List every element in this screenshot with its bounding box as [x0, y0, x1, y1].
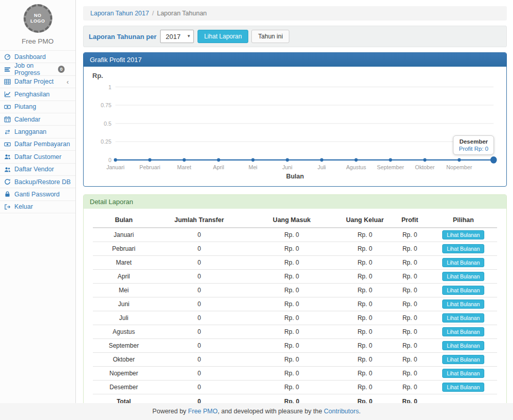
table-cell: Rp. 0 — [244, 297, 340, 311]
table-cell: Juni — [93, 297, 155, 311]
table-row-agustus: Agustus0Rp. 0Rp. 0Rp. 0Lihat Bulanan — [93, 325, 497, 339]
sidebar-item-ganti-password[interactable]: Ganti Password — [0, 188, 75, 201]
lihat-bulanan-button[interactable]: Lihat Bulanan — [442, 341, 484, 350]
lihat-bulanan-button[interactable]: Lihat Bulanan — [442, 313, 484, 323]
table-cell: Desember — [93, 381, 155, 394]
table-cell: Rp. 0 — [390, 270, 429, 284]
sidebar-item-label: Langganan — [14, 128, 47, 135]
lihat-laporan-button[interactable]: Lihat Laporan — [198, 30, 248, 43]
lihat-bulanan-button[interactable]: Lihat Bulanan — [442, 272, 484, 281]
table-cell-action: Lihat Bulanan — [429, 353, 497, 367]
table-row-pebruari: Pebruari0Rp. 0Rp. 0Rp. 0Lihat Bulanan — [93, 242, 497, 256]
sidebar-item-dashboard[interactable]: Dashboard — [0, 51, 75, 63]
table-cell: 0 — [155, 228, 244, 242]
table-cell: Rp. 0 — [340, 270, 390, 284]
sidebar-item-label: Job on Progress — [14, 62, 58, 76]
report-table: BulanJumlah TransferUang MasukUang Kelua… — [93, 213, 497, 407]
breadcrumb-link-laporan-tahun[interactable]: Laporan Tahun 2017 — [90, 10, 149, 17]
chart-panel-title: Grafik Profit 2017 — [84, 53, 506, 67]
chart-tooltip: Desember Profit Rp: 0 — [453, 135, 494, 155]
table-cell: 0 — [155, 270, 244, 284]
table-cell-action: Lihat Bulanan — [429, 311, 497, 325]
table-cell: Juli — [93, 311, 155, 325]
table-cell: Maret — [93, 256, 155, 270]
column-header-jumlah-transfer: Jumlah Transfer — [155, 213, 244, 228]
lihat-bulanan-button[interactable]: Lihat Bulanan — [442, 355, 484, 364]
table-cell: 0 — [155, 353, 244, 367]
lihat-bulanan-button[interactable]: Lihat Bulanan — [442, 369, 484, 378]
tahun-ini-button[interactable]: Tahun ini — [251, 30, 289, 43]
footer-link-free-pmo[interactable]: Free PMO — [188, 408, 218, 415]
table-cell-action: Lihat Bulanan — [429, 297, 497, 311]
svg-text:Januari: Januari — [106, 164, 124, 170]
sidebar-item-piutang[interactable]: Piutang — [0, 101, 75, 113]
detail-body: BulanJumlah TransferUang MasukUang Kelua… — [84, 209, 506, 415]
table-cell-action: Lihat Bulanan — [429, 228, 497, 242]
table-cell: September — [93, 339, 155, 353]
table-cell: Rp. 0 — [244, 367, 340, 381]
table-cell: Rp. 0 — [390, 284, 429, 297]
breadcrumb-separator: / — [152, 10, 153, 17]
sidebar: NO LOGO Free PMO DashboardJob on Progres… — [0, 0, 76, 403]
footer-link-contributors[interactable]: Contributors — [324, 408, 359, 415]
table-cell: Rp. 0 — [244, 381, 340, 394]
table-cell: Rp. 0 — [340, 242, 390, 256]
svg-text:Juli: Juli — [318, 164, 326, 170]
lihat-bulanan-button[interactable]: Lihat Bulanan — [442, 244, 484, 253]
sidebar-item-calendar[interactable]: Calendar — [0, 113, 75, 126]
lihat-bulanan-button[interactable]: Lihat Bulanan — [442, 258, 484, 267]
table-row-april: April0Rp. 0Rp. 0Rp. 0Lihat Bulanan — [93, 270, 497, 284]
table-cell: Rp. 0 — [390, 311, 429, 325]
sidebar-item-langganan[interactable]: Langganan — [0, 126, 75, 138]
table-cell: Rp. 0 — [340, 325, 390, 339]
chart-panel: Grafik Profit 2017 Rp. 00.250.50.751Janu… — [83, 52, 507, 187]
money-icon — [4, 104, 12, 110]
tasks-icon — [4, 66, 12, 73]
table-cell: Rp. 0 — [340, 339, 390, 353]
svg-text:1: 1 — [108, 84, 111, 90]
year-select[interactable]: 2017 — [160, 30, 194, 43]
table-cell: Rp. 0 — [244, 270, 340, 284]
users-icon — [4, 166, 12, 173]
column-header-pilihan: Pilihan — [429, 213, 497, 228]
users-icon — [4, 153, 12, 160]
logo-text-line2: LOGO — [30, 18, 45, 24]
lihat-bulanan-button[interactable]: Lihat Bulanan — [442, 286, 484, 295]
svg-text:0.75: 0.75 — [101, 102, 111, 108]
svg-text:Nopember: Nopember — [446, 164, 472, 170]
column-header-bulan: Bulan — [93, 213, 155, 228]
table-cell-action: Lihat Bulanan — [429, 325, 497, 339]
sidebar-item-daftar-vendor[interactable]: Daftar Vendor — [0, 164, 75, 176]
column-header-uang-masuk: Uang Masuk — [244, 213, 340, 228]
sidebar-item-label: Calendar — [14, 116, 41, 123]
detail-panel-title: Detail Laporan — [84, 195, 506, 209]
money-icon — [4, 141, 12, 148]
lihat-bulanan-button[interactable]: Lihat Bulanan — [442, 383, 484, 392]
table-cell: Rp. 0 — [390, 381, 429, 394]
table-icon — [4, 78, 12, 85]
sidebar-item-daftar-customer[interactable]: Daftar Customer — [0, 151, 75, 163]
sidebar-item-job-on-progress[interactable]: Job on Progress0 — [0, 63, 75, 75]
sidebar-item-penghasilan[interactable]: Penghasilan — [0, 88, 75, 101]
svg-text:0: 0 — [108, 157, 111, 163]
lihat-bulanan-button[interactable]: Lihat Bulanan — [442, 299, 484, 309]
table-row-september: September0Rp. 0Rp. 0Rp. 0Lihat Bulanan — [93, 339, 497, 353]
sidebar-item-keluar[interactable]: Keluar — [0, 201, 75, 213]
lihat-bulanan-button[interactable]: Lihat Bulanan — [442, 327, 484, 336]
lihat-bulanan-button[interactable]: Lihat Bulanan — [442, 230, 484, 239]
table-cell: 0 — [155, 256, 244, 270]
table-row-juni: Juni0Rp. 0Rp. 0Rp. 0Lihat Bulanan — [93, 297, 497, 311]
table-cell: Rp. 0 — [244, 325, 340, 339]
table-cell-action: Lihat Bulanan — [429, 270, 497, 284]
breadcrumb-current: Laporan Tahunan — [157, 10, 207, 17]
table-cell: 0 — [155, 381, 244, 394]
sidebar-item-backup-restore-db[interactable]: Backup/Restore DB — [0, 176, 75, 188]
table-cell: Rp. 0 — [340, 381, 390, 394]
table-cell: Rp. 0 — [244, 228, 340, 242]
sidebar-item-daftar-pembayaran[interactable]: Daftar Pembayaran — [0, 138, 75, 151]
table-cell: Rp. 0 — [340, 353, 390, 367]
table-cell: Rp. 0 — [390, 228, 429, 242]
sidebar-item-daftar-project[interactable]: Daftar Project‹ — [0, 76, 75, 88]
table-cell: 0 — [155, 284, 244, 297]
table-cell: Rp. 0 — [244, 353, 340, 367]
